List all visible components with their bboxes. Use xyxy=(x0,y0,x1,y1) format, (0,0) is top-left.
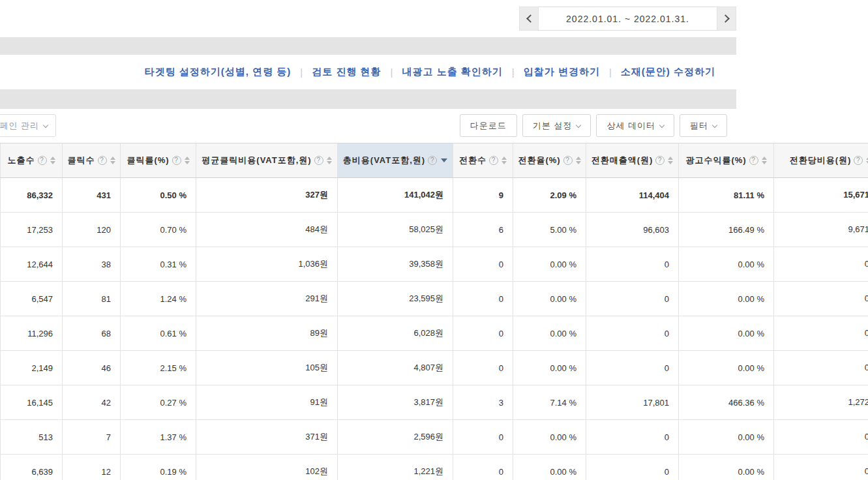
column-header[interactable]: 전환수? xyxy=(453,143,513,178)
help-icon[interactable]: ? xyxy=(38,156,47,165)
table-cell: 5.00 % xyxy=(513,213,586,247)
column-header[interactable]: 전환율(%)? xyxy=(513,143,586,178)
table-cell: 484원 xyxy=(196,213,338,247)
column-header[interactable]: 총비용(VAT포함,원)? xyxy=(338,143,453,178)
table-row: 16,145420.27 %91원3,817원37.14 %17,801466.… xyxy=(1,385,868,420)
table-cell: 0 xyxy=(453,455,513,480)
table-cell: 1.37 % xyxy=(121,420,196,455)
sort-desc-icon[interactable] xyxy=(441,158,447,162)
sort-icon[interactable] xyxy=(576,157,581,164)
table-cell: 12,644 xyxy=(1,247,63,282)
table-cell: 0.00 % xyxy=(513,455,586,480)
help-icon[interactable]: ? xyxy=(749,156,758,165)
next-date-button[interactable] xyxy=(717,7,736,31)
table-cell: 2,596원 xyxy=(338,420,453,455)
date-range-label[interactable]: 2022.01.01. ~ 2022.01.31. xyxy=(539,7,717,31)
table-cell: 1.24 % xyxy=(121,282,196,316)
filter-button[interactable]: 필터 xyxy=(680,114,727,137)
table-cell: 3,817원 xyxy=(338,385,453,420)
column-header[interactable]: 클릭률(%)? xyxy=(121,143,196,178)
table-cell: 1,272원 xyxy=(774,385,868,420)
table-cell: 0 xyxy=(586,351,679,385)
table-cell: 0.61 % xyxy=(121,316,196,351)
sort-icon[interactable] xyxy=(501,157,507,164)
basic-settings-button[interactable]: 기본 설정 xyxy=(522,114,591,137)
campaign-manage-select[interactable]: 간 캠페인 관리 xyxy=(0,114,56,137)
button-label: 필터 xyxy=(690,120,708,132)
help-icon[interactable]: ? xyxy=(172,156,181,165)
column-label: 전환수 xyxy=(459,155,486,166)
column-header[interactable]: 평균클릭비용(VAT포함,원)? xyxy=(196,143,338,178)
quick-link[interactable]: 내광고 노출 확인하기 xyxy=(402,66,503,78)
table-cell: 6 xyxy=(453,213,513,247)
quick-link[interactable]: 검토 진행 현황 xyxy=(312,66,381,78)
help-icon[interactable]: ? xyxy=(655,156,665,165)
sort-desc-icon xyxy=(501,161,507,164)
sort-icon[interactable] xyxy=(327,157,332,164)
column-header[interactable]: 클릭수? xyxy=(63,143,121,178)
table-cell: 105원 xyxy=(196,351,338,385)
table-cell: 102원 xyxy=(196,455,338,480)
column-header[interactable]: 노출수? xyxy=(1,143,63,178)
table-cell: 0 xyxy=(453,351,513,385)
table-cell: 2.09 % xyxy=(513,178,586,213)
table-cell: 91원 xyxy=(196,385,338,420)
table-header-row: 노출수?클릭수?클릭률(%)?평균클릭비용(VAT포함,원)?총비용(VAT포함… xyxy=(1,143,868,178)
help-icon[interactable]: ? xyxy=(314,156,323,165)
column-label: 노출수 xyxy=(8,155,35,166)
table-cell: 0 xyxy=(586,420,679,455)
sort-icon[interactable] xyxy=(50,157,55,164)
table-cell: 0.50 % xyxy=(121,178,196,213)
table-cell: 3 xyxy=(453,385,513,420)
table-cell: 4,807원 xyxy=(338,351,453,385)
column-header[interactable]: 광고수익률(%)? xyxy=(679,143,774,178)
table-cell: 0.00 % xyxy=(679,455,774,480)
table-cell: 2,149 xyxy=(1,351,63,385)
table-cell: 327원 xyxy=(196,178,338,213)
download-button[interactable]: 다운로드 xyxy=(460,114,517,137)
date-range-picker: 2022.01.01. ~ 2022.01.31. xyxy=(519,7,736,31)
help-icon[interactable]: ? xyxy=(428,156,437,165)
sort-asc-icon xyxy=(110,157,115,160)
report-table-wrap: 노출수?클릭수?클릭률(%)?평균클릭비용(VAT포함,원)?총비용(VAT포함… xyxy=(0,143,868,480)
table-cell: 68 xyxy=(63,316,121,351)
column-label: 전환당비용(원) xyxy=(790,155,852,166)
table-cell: 17,253 xyxy=(1,213,63,247)
link-separator: | xyxy=(300,67,303,78)
detail-data-button[interactable]: 상세 데이터 xyxy=(596,114,674,137)
table-cell: 0.70 % xyxy=(121,213,196,247)
table-cell: 120 xyxy=(63,213,121,247)
quick-link[interactable]: 타겟팅 설정하기(성별, 연령 등) xyxy=(145,66,292,78)
quick-link[interactable]: 입찰가 변경하기 xyxy=(524,66,600,78)
column-header[interactable]: 전환당비용(원)? xyxy=(774,143,868,178)
table-cell: 0원 xyxy=(774,247,868,282)
sort-desc-icon xyxy=(185,161,190,164)
help-icon[interactable]: ? xyxy=(563,156,573,165)
help-icon[interactable]: ? xyxy=(98,156,107,165)
quick-link[interactable]: 소재(문안) 수정하기 xyxy=(621,66,715,78)
table-cell: 466.36 % xyxy=(679,385,774,420)
table-cell: 16,145 xyxy=(1,385,63,420)
table-cell: 42 xyxy=(63,385,121,420)
table-row: 17,2531200.70 %484원58,025원65.00 %96,6031… xyxy=(1,213,868,247)
sort-icon[interactable] xyxy=(668,157,673,164)
summary-row: 86,3324310.50 %327원141,042원92.09 %114,40… xyxy=(1,178,868,213)
help-icon[interactable]: ? xyxy=(854,156,863,165)
sort-icon[interactable] xyxy=(762,157,767,164)
table-cell: 1,036원 xyxy=(196,247,338,282)
column-header[interactable]: 전환매출액(원)? xyxy=(586,143,679,178)
table-cell: 431 xyxy=(63,178,121,213)
table-cell: 0 xyxy=(453,247,513,282)
help-icon[interactable]: ? xyxy=(489,156,498,165)
table-cell: 58,025원 xyxy=(338,213,453,247)
sort-asc-icon xyxy=(50,157,55,160)
table-cell: 15,671원 xyxy=(774,178,868,213)
sort-asc-icon xyxy=(762,157,767,160)
table-cell: 0.27 % xyxy=(121,385,196,420)
sort-asc-icon xyxy=(501,157,507,160)
sort-icon[interactable] xyxy=(110,157,115,164)
table-cell: 513 xyxy=(1,420,63,455)
table-cell: 6,028원 xyxy=(338,316,453,351)
sort-icon[interactable] xyxy=(185,157,190,164)
prev-date-button[interactable] xyxy=(519,7,539,31)
